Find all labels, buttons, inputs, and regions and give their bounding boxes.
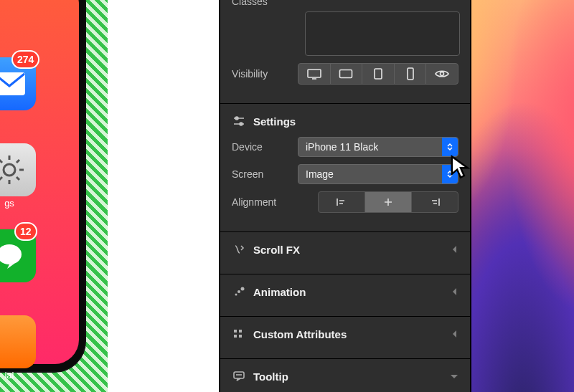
screen-label: Screen [232,168,298,180]
alignment-segmented-control [318,191,458,213]
svg-point-2 [0,244,22,264]
settings-app-icon [0,143,36,196]
visibility-desktop-button[interactable] [298,64,330,84]
device-label: Device [232,141,298,153]
visibility-label: Visibility [232,68,298,80]
mail-badge: 274 [11,50,39,69]
align-center-button[interactable] [364,192,411,212]
settings-section-title: Settings [253,115,296,128]
svg-rect-16 [239,335,242,338]
animation-section-header[interactable]: Animation [219,274,471,307]
tooltip-section-title: Tooltip [253,371,288,383]
chevron-down-icon [450,371,458,383]
screen-select-value: Image [306,168,334,180]
svg-rect-13 [234,330,237,333]
align-right-button[interactable] [411,192,458,212]
visibility-button-group [298,63,458,85]
classes-label: Classes [219,0,471,7]
svg-rect-14 [239,330,242,333]
animation-icon [232,285,246,299]
settings-section-header[interactable]: Settings [219,104,471,137]
alignment-label: Alignment [232,196,298,208]
macos-wallpaper [471,0,574,392]
visibility-tablet-landscape-button[interactable] [330,64,362,84]
inspector-panel: Classes Visibility Settings Device iPhon… [219,0,471,392]
visibility-phone-button[interactable] [394,64,426,84]
screen-select[interactable]: Image [298,164,458,184]
line-badge: 12 [14,222,37,241]
chevron-left-icon [451,328,458,340]
chevron-left-icon [451,244,458,256]
svg-point-12 [241,287,245,291]
scrollfx-icon [232,242,246,257]
svg-rect-6 [408,68,413,80]
visibility-eye-button[interactable] [425,64,458,84]
custom-attributes-section-header[interactable]: Custom Attributes [219,317,471,350]
device-select-value: iPhone 11 Black [306,141,378,153]
svg-point-7 [441,72,444,76]
svg-point-10 [235,294,237,296]
custom-attributes-icon [232,327,246,341]
tooltip-section-header[interactable]: Tooltip [219,359,471,392]
sliders-icon [232,114,246,128]
svg-rect-3 [308,70,321,77]
selection-green-overlay: 274 gs 12 ial [0,0,108,392]
scrollfx-section-header[interactable]: Scroll FX [219,232,471,265]
select-stepper-icon [442,138,458,156]
orange-app-icon [0,315,36,368]
svg-rect-15 [234,335,237,338]
chevron-left-icon [451,286,458,298]
classes-textarea[interactable] [305,11,460,57]
svg-point-8 [235,117,238,120]
select-stepper-icon [442,165,458,183]
svg-point-1 [4,164,15,176]
custom-attributes-section-title: Custom Attributes [253,328,347,340]
tooltip-icon [232,369,246,383]
svg-point-9 [240,123,243,125]
visibility-tablet-portrait-button[interactable] [362,64,394,84]
animation-section-title: Animation [253,286,306,298]
settings-app-label-fragment: gs [0,198,36,209]
align-left-button[interactable] [319,192,364,212]
bottom-app-label-fragment: ial [0,370,36,381]
device-select[interactable]: iPhone 11 Black [298,137,458,157]
scrollfx-section-title: Scroll FX [253,244,300,256]
svg-rect-4 [340,70,352,78]
svg-point-11 [237,290,240,293]
svg-rect-5 [375,69,382,79]
